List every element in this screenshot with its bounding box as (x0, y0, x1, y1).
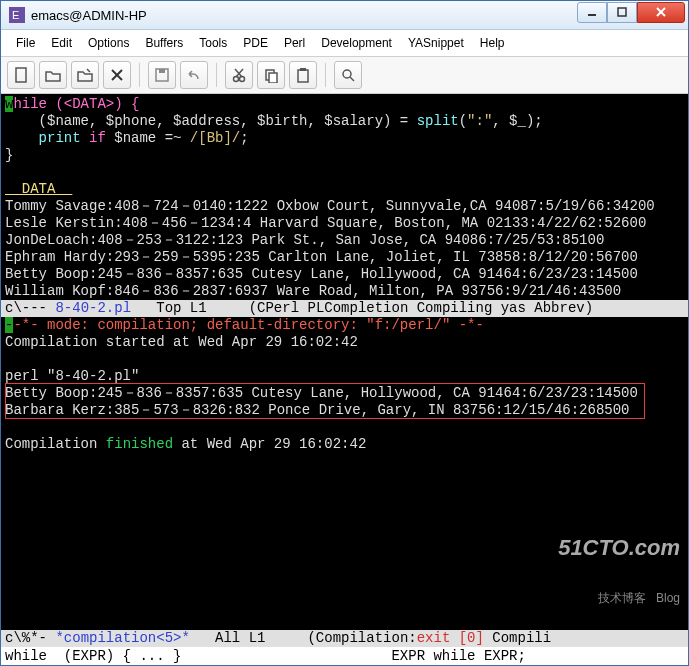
toolbar (1, 57, 688, 94)
minimize-button[interactable] (577, 2, 607, 23)
data-line: Ephram Hardy:293－259－5395:235 Carlton La… (5, 249, 638, 265)
code-line: ( (459, 113, 467, 129)
window-buttons (577, 2, 685, 23)
svg-line-20 (350, 77, 354, 81)
compile-line: -*- mode: compilation; default-directory… (13, 317, 483, 333)
modeline-info: Compili (484, 630, 551, 646)
data-line: William Kopf:846－836－2837:6937 Ware Road… (5, 283, 621, 299)
menu-perl[interactable]: Perl (277, 34, 312, 52)
svg-rect-3 (618, 8, 626, 16)
compile-result-line: Barbara Kerz:385－573－8326:832 Ponce Driv… (5, 402, 630, 418)
svg-rect-17 (298, 70, 308, 82)
close-icon[interactable] (103, 61, 131, 89)
svg-point-19 (343, 70, 351, 78)
source-buffer[interactable]: while (<DATA>) { ($name, $phone, $addres… (1, 94, 688, 300)
menu-edit[interactable]: Edit (44, 34, 79, 52)
code-line (5, 130, 39, 146)
code-line: split (417, 113, 459, 129)
search-icon[interactable] (334, 61, 362, 89)
minibuffer[interactable]: while (EXPR) { ... } EXPR while EXPR; (1, 647, 688, 665)
modeline-buffer-name: 8-40-2.pl (55, 300, 131, 316)
app-icon: E (9, 7, 25, 23)
maximize-button[interactable] (607, 2, 637, 23)
cut-icon[interactable] (225, 61, 253, 89)
compile-status: finished (106, 436, 173, 452)
menu-buffers[interactable]: Buffers (138, 34, 190, 52)
paste-icon[interactable] (289, 61, 317, 89)
menu-pde[interactable]: PDE (236, 34, 275, 52)
emacs-window: E emacs@ADMIN-HP File Edit Options Buffe… (0, 0, 689, 666)
code-line: ; (240, 130, 248, 146)
code-line: } (5, 147, 13, 163)
modeline-info: Top L1 (CPerl PLCompletion Compiling yas… (131, 300, 593, 316)
menubar: File Edit Options Buffers Tools PDE Perl… (1, 30, 688, 57)
open-file-icon[interactable] (39, 61, 67, 89)
code-line: __DATA__ (5, 181, 72, 197)
new-file-icon[interactable] (7, 61, 35, 89)
modeline-source[interactable]: c\--- 8-40-2.pl Top L1 (CPerl PLCompleti… (1, 300, 688, 317)
copy-icon[interactable] (257, 61, 285, 89)
modeline-info: All L1 (Compilation: (190, 630, 417, 646)
modeline-compilation[interactable]: c\%*- *compilation<5>* All L1 (Compilati… (1, 630, 688, 647)
code-line: ":" (467, 113, 492, 129)
watermark-text: 51CTO.com (558, 539, 680, 556)
compile-line: perl "8-40-2.pl" (5, 368, 139, 384)
menu-file[interactable]: File (9, 34, 42, 52)
menu-tools[interactable]: Tools (192, 34, 234, 52)
undo-icon[interactable] (180, 61, 208, 89)
compile-line: Compilation (5, 436, 106, 452)
code-line: ($name, $phone, $address, $birth, $salar… (5, 113, 417, 129)
watermark-sub: 技术博客 Blog (558, 590, 680, 607)
svg-text:E: E (12, 9, 19, 21)
separator (139, 63, 140, 87)
menu-yasnippet[interactable]: YASnippet (401, 34, 471, 52)
svg-point-11 (234, 77, 239, 82)
svg-rect-10 (159, 69, 165, 73)
modeline-exit: exit [0] (417, 630, 484, 646)
code-line: /[Bb]/ (190, 130, 240, 146)
compile-result-line: Betty Boop:245－836－8357:635 Cutesy Lane,… (5, 385, 638, 401)
compile-line: at Wed Apr 29 16:02:42 (173, 436, 366, 452)
data-line: JonDeLoach:408－253－3122:123 Park St., Sa… (5, 232, 604, 248)
separator (216, 63, 217, 87)
modeline-flags: c\%*- (5, 630, 55, 646)
svg-rect-18 (300, 68, 306, 71)
svg-rect-16 (269, 73, 277, 83)
separator (325, 63, 326, 87)
data-line: Tommy Savage:408－724－0140:1222 Oxbow Cou… (5, 198, 655, 214)
compilation-buffer[interactable]: --*- mode: compilation; default-director… (1, 317, 688, 630)
svg-rect-6 (16, 68, 26, 82)
compile-line: Compilation started at Wed Apr 29 16:02:… (5, 334, 358, 350)
close-button[interactable] (637, 2, 685, 23)
menu-options[interactable]: Options (81, 34, 136, 52)
data-line: Lesle Kerstin:408－456－1234:4 Harvard Squ… (5, 215, 646, 231)
code-line: hile (<DATA>) { (13, 96, 139, 112)
modeline-buffer-name: *compilation<5>* (55, 630, 189, 646)
minibuffer-text: while (EXPR) { ... } EXPR while EXPR; (5, 648, 526, 664)
menu-help[interactable]: Help (473, 34, 512, 52)
code-line: $name =~ (106, 130, 190, 146)
menu-development[interactable]: Development (314, 34, 399, 52)
modeline-flags: c\--- (5, 300, 55, 316)
code-line: if (89, 130, 106, 146)
code-line (81, 130, 89, 146)
data-line: Betty Boop:245－836－8357:635 Cutesy Lane,… (5, 266, 638, 282)
watermark: 51CTO.com 技术博客 Blog (558, 505, 680, 624)
titlebar[interactable]: E emacs@ADMIN-HP (1, 1, 688, 30)
save-as-icon[interactable] (71, 61, 99, 89)
code-line: print (39, 130, 81, 146)
svg-point-12 (240, 77, 245, 82)
code-line: , $_); (492, 113, 542, 129)
window-title: emacs@ADMIN-HP (31, 8, 577, 23)
save-icon[interactable] (148, 61, 176, 89)
